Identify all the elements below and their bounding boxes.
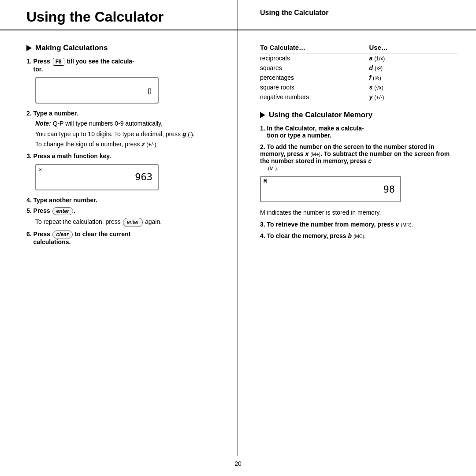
page-number: 20 [234, 460, 242, 467]
display-value-3: 98 [383, 184, 395, 195]
table-cell-f: f (%) [369, 73, 459, 82]
enter-key-5: enter [52, 207, 73, 215]
triangle-icon [26, 45, 32, 51]
page: Using the Calculator Using the Calculato… [0, 0, 476, 476]
right-column: To Calculate… Use… reciprocals a (1/x) s… [238, 30, 476, 456]
table-cell-a: a (1/x) [369, 53, 459, 63]
step-1: 1. Press F8 till you see the calcula- to… [26, 58, 220, 104]
step-2-body1: You can type up to 10 digits. To type a … [35, 130, 220, 139]
step-2: 2. Type a number. Note: Q-P will type nu… [26, 110, 220, 149]
table-cell-squares: squares [260, 63, 369, 73]
step-3: 3. Press a math function key. × 963 [26, 152, 220, 190]
header-left: Using the Calculator [0, 0, 238, 30]
step-6-title: 6. Press clear to clear the current calc… [26, 231, 220, 245]
mem-step-1-text: 1. In the Calculator, make a calcula- ti… [260, 125, 458, 139]
content-area: Making Calculations 1. Press F8 till you… [0, 30, 476, 456]
display-cursor: ▯ [147, 85, 152, 96]
table-row: negative numbers y (+/-) [260, 92, 458, 102]
mem-step-1: 1. In the Calculator, make a calcula- ti… [260, 125, 458, 139]
display-value-2: 963 [135, 171, 152, 182]
table-row: squares d (x²) [260, 63, 458, 73]
table-cell-reciprocals: reciprocals [260, 53, 369, 63]
page-footer: 20 [0, 456, 476, 476]
memory-heading: Using the Calculator Memory [260, 111, 458, 119]
clear-key: clear [52, 231, 73, 238]
table-cell-negative: negative numbers [260, 92, 369, 102]
enter-key-repeat: enter [123, 218, 143, 227]
table-row: percentages f (%) [260, 73, 458, 82]
step-2-body2: To change the sign of a number, press z … [35, 140, 220, 149]
header-right: Using the Calculator [238, 0, 476, 30]
multiply-icon: × [39, 167, 42, 173]
mem-indicator: M [264, 178, 267, 185]
mem-step-2-suffix: (M-). [268, 164, 458, 171]
calc-display-1: ▯ [35, 77, 159, 104]
table-row: square roots s (√x) [260, 82, 458, 92]
table-header-col1: To Calculate… [260, 44, 369, 53]
table-cell-y: y (+/-) [369, 92, 459, 102]
step-5-sub: To repeat the calculation, press enter a… [35, 218, 220, 227]
step-1-title: 1. Press F8 till you see the calcula- to… [26, 58, 220, 73]
mem-step-3-text: 3. To retrieve the number from memory, p… [260, 221, 458, 228]
calc-display-2: × 963 [35, 164, 159, 190]
step-4: 4. Type another number. [26, 197, 220, 204]
table-cell-percentages: percentages [260, 73, 369, 82]
step-5: 5. Press enter. To repeat the calculatio… [26, 207, 220, 227]
mem-step-3: 3. To retrieve the number from memory, p… [260, 221, 458, 228]
table-header-col2: Use… [369, 44, 459, 53]
mem-step-2: 2. To add the number on the screen to th… [260, 143, 458, 217]
step-3-title: 3. Press a math function key. [26, 152, 220, 160]
step-2-note: Note: Q-P will type numbers 0-9 automati… [35, 119, 220, 128]
main-title: Using the Calculator [26, 9, 164, 25]
step-6: 6. Press clear to clear the current calc… [26, 231, 220, 245]
making-calc-heading: Making Calculations [26, 44, 220, 52]
mem-step-4: 4. To clear the memory, press b (MC). [260, 232, 458, 239]
table-cell-s: s (√x) [369, 82, 459, 92]
mem-step-2-text: 2. To add the number on the screen to th… [260, 143, 458, 164]
step-5-title: 5. Press enter. [26, 207, 220, 215]
mem-display-caption: M indicates the number is stored in memo… [260, 208, 458, 217]
left-column: Making Calculations 1. Press F8 till you… [0, 30, 238, 456]
step-2-title: 2. Type a number. [26, 110, 220, 117]
triangle-icon-2 [260, 112, 265, 118]
calc-display-3: M 98 [260, 176, 401, 202]
table-cell-sqroots: square roots [260, 82, 369, 92]
mem-step-4-text: 4. To clear the memory, press b (MC). [260, 232, 458, 239]
calc-table: To Calculate… Use… reciprocals a (1/x) s… [260, 44, 458, 102]
header-right-title: Using the Calculator [260, 9, 329, 16]
table-row: reciprocals a (1/x) [260, 53, 458, 63]
f8-key: F8 [53, 58, 64, 66]
step-4-title: 4. Type another number. [26, 197, 220, 204]
page-header: Using the Calculator Using the Calculato… [0, 0, 476, 30]
table-cell-d: d (x²) [369, 63, 459, 73]
